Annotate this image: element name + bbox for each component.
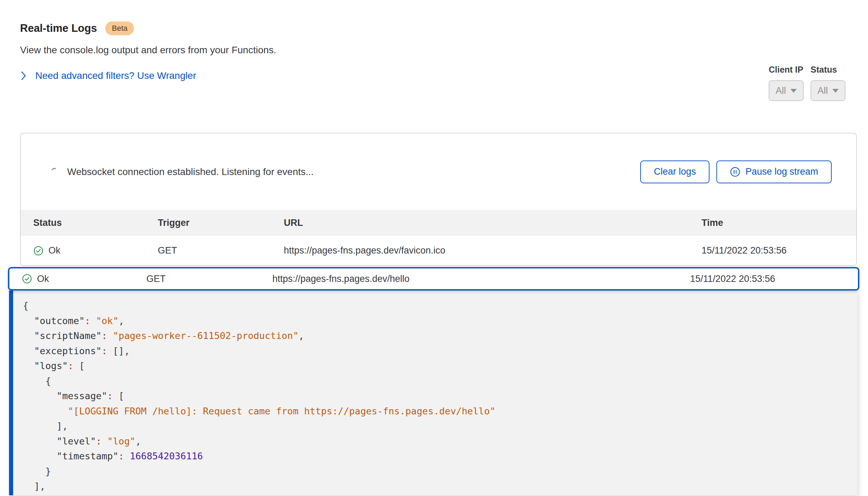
page-title: Real-time Logs — [20, 21, 97, 35]
column-header-status: Status — [33, 218, 158, 228]
trigger-value: GET — [146, 274, 272, 284]
table-header: Status Trigger URL Time — [21, 210, 856, 236]
filters: Client IP All Status All — [769, 64, 846, 101]
status-filter-value: All — [817, 85, 828, 96]
spinner-icon — [50, 167, 59, 176]
table-row[interactable]: Ok GET https://pages-fns.pages.dev/favic… — [21, 236, 856, 265]
status-filter-label: Status — [811, 64, 846, 75]
expanded-log-entry: Ok GET https://pages-fns.pages.dev/hello… — [8, 267, 859, 495]
check-circle-icon — [22, 274, 32, 284]
beta-badge: Beta — [105, 21, 134, 35]
log-json-text: { "outcome": "ok", "scriptName": "pages-… — [23, 298, 850, 494]
status-filter: Status All — [811, 64, 846, 101]
log-json-panel: { "outcome": "ok", "scriptName": "pages-… — [9, 291, 857, 495]
status-filter-dropdown[interactable]: All — [811, 80, 846, 101]
logs-card: Websocket connection established. Listen… — [20, 133, 857, 266]
stream-status-bar: Websocket connection established. Listen… — [21, 134, 856, 210]
check-circle-icon — [33, 246, 44, 256]
pause-log-stream-button[interactable]: Pause log stream — [716, 160, 832, 183]
chevron-right-icon — [21, 71, 26, 81]
status-cell: Ok — [33, 245, 158, 256]
status-value: Ok — [48, 245, 61, 256]
trigger-value: GET — [158, 245, 284, 256]
status-cell: Ok — [22, 274, 146, 284]
status-value: Ok — [37, 274, 49, 284]
column-header-time: Time — [702, 218, 844, 228]
time-value: 15/11/2022 20:53:56 — [690, 274, 846, 284]
client-ip-filter-dropdown[interactable]: All — [769, 80, 804, 101]
caret-down-icon — [790, 89, 797, 93]
clear-logs-button[interactable]: Clear logs — [640, 160, 709, 183]
pause-log-stream-label: Pause log stream — [745, 166, 818, 177]
url-value: https://pages-fns.pages.dev/hello — [272, 274, 690, 284]
page-description: View the console.log output and errors f… — [20, 44, 868, 56]
connection-status-text: Websocket connection established. Listen… — [67, 166, 314, 177]
log-actions: Clear logs Pause log stream — [640, 160, 832, 183]
realtime-logs-page: Real-time Logs Beta View the console.log… — [0, 21, 868, 495]
pause-icon — [730, 167, 740, 177]
client-ip-filter-label: Client IP — [769, 64, 804, 75]
client-ip-filter-value: All — [776, 85, 786, 96]
url-value: https://pages-fns.pages.dev/favicon.ico — [284, 245, 702, 256]
clear-logs-label: Clear logs — [654, 166, 696, 177]
page-header: Real-time Logs Beta — [20, 21, 868, 35]
client-ip-filter: Client IP All — [769, 64, 804, 101]
time-value: 15/11/2022 20:53:56 — [702, 245, 844, 256]
column-header-url: URL — [284, 218, 702, 228]
caret-down-icon — [832, 89, 839, 93]
table-row-selected[interactable]: Ok GET https://pages-fns.pages.dev/hello… — [8, 267, 859, 291]
wrangler-link[interactable]: Need advanced filters? Use Wrangler — [21, 70, 196, 82]
wrangler-link-label: Need advanced filters? Use Wrangler — [35, 70, 196, 82]
column-header-trigger: Trigger — [158, 218, 284, 228]
